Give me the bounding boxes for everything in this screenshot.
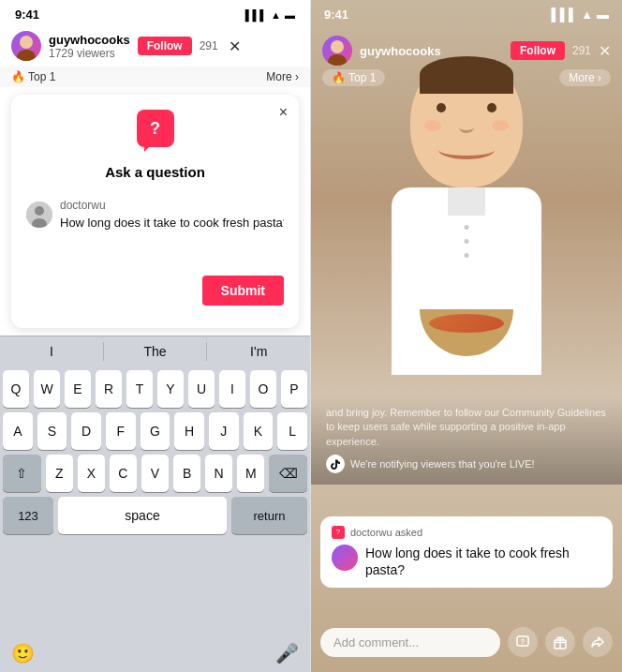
key-j[interactable]: J bbox=[209, 412, 239, 450]
question-card-avatar bbox=[332, 545, 358, 571]
key-r[interactable]: R bbox=[96, 370, 122, 408]
key-return[interactable]: return bbox=[231, 497, 307, 534]
key-o[interactable]: O bbox=[250, 370, 276, 408]
key-q[interactable]: Q bbox=[3, 370, 29, 408]
key-i[interactable]: I bbox=[219, 370, 245, 408]
key-t[interactable]: T bbox=[126, 370, 153, 408]
key-w[interactable]: W bbox=[34, 370, 60, 408]
key-row-2: A S D F G H J K L bbox=[3, 412, 307, 450]
submit-button[interactable]: Submit bbox=[202, 276, 284, 306]
comment-action-icons: ? bbox=[508, 627, 613, 657]
svg-point-6 bbox=[328, 54, 347, 66]
right-signal-bars: ▌▌▌ bbox=[551, 7, 577, 22]
key-p[interactable]: P bbox=[281, 370, 307, 408]
keyboard-rows: Q W E R T Y U I O P A S D F G H J K bbox=[0, 366, 310, 636]
key-e[interactable]: E bbox=[65, 370, 91, 408]
tiktok-logo bbox=[326, 455, 345, 473]
left-panel: 9:41 ▌▌▌ ▲ ▬ guywhocooks 1729 viewers Fo… bbox=[0, 0, 311, 672]
community-overlay: and bring joy. Remember to follow our Co… bbox=[311, 395, 622, 485]
left-avatar bbox=[11, 31, 41, 61]
notify-text: We're notifying viewers that you're LIVE… bbox=[326, 455, 607, 473]
left-top1-bar: 🔥 Top 1 More › bbox=[0, 67, 310, 87]
key-delete[interactable]: ⌫ bbox=[269, 455, 307, 492]
left-follow-button[interactable]: Follow bbox=[138, 37, 192, 55]
keyboard-suggestions: I The I'm bbox=[0, 336, 310, 366]
right-follow-button[interactable]: Follow bbox=[511, 41, 565, 60]
left-more-button[interactable]: More › bbox=[266, 70, 299, 83]
key-row-3: ⇧ Z X C V B N M ⌫ bbox=[3, 455, 307, 492]
mic-icon[interactable]: 🎤 bbox=[275, 642, 299, 665]
right-close-button[interactable]: ✕ bbox=[599, 42, 611, 60]
key-row-1: Q W E R T Y U I O P bbox=[3, 370, 307, 408]
input-user-avatar bbox=[26, 202, 52, 228]
left-top1-badge: 🔥 Top 1 bbox=[11, 70, 55, 83]
key-n[interactable]: N bbox=[205, 455, 232, 492]
right-panel: 9:41 ▌▌▌ ▲ ▬ guywhocooks Follow 291 ✕ 🔥 … bbox=[311, 0, 622, 672]
question-card-header: ? doctorwu asked bbox=[332, 526, 601, 539]
right-viewer-count: 291 bbox=[572, 44, 591, 57]
suggestion-1[interactable]: I bbox=[0, 342, 104, 361]
chef-collar bbox=[448, 187, 485, 216]
chef-cheek-left bbox=[424, 120, 441, 131]
right-time: 9:41 bbox=[324, 7, 348, 22]
key-l[interactable]: L bbox=[277, 412, 307, 450]
key-k[interactable]: K bbox=[244, 412, 274, 450]
left-close-button[interactable]: ✕ bbox=[226, 37, 244, 55]
signal-bars: ▌▌▌ bbox=[245, 9, 267, 21]
input-area: doctorwu bbox=[60, 199, 284, 231]
key-c[interactable]: C bbox=[110, 455, 137, 492]
left-viewer-number: 291 bbox=[200, 39, 218, 52]
left-viewer-count: 1729 viewers bbox=[49, 47, 130, 60]
key-a[interactable]: A bbox=[3, 412, 33, 450]
key-numbers[interactable]: 123 bbox=[3, 497, 53, 534]
q-mark-icon: ? bbox=[336, 528, 340, 536]
svg-point-5 bbox=[331, 40, 344, 53]
battery-icon: ▬ bbox=[285, 9, 295, 21]
key-y[interactable]: Y bbox=[157, 370, 184, 408]
left-username: guywhocooks bbox=[49, 33, 130, 47]
key-h[interactable]: H bbox=[174, 412, 204, 450]
key-d[interactable]: D bbox=[71, 412, 101, 450]
key-space[interactable]: space bbox=[58, 497, 227, 534]
suggestion-3[interactable]: I'm bbox=[207, 342, 310, 361]
key-b[interactable]: B bbox=[173, 455, 200, 492]
chef-smile bbox=[438, 141, 495, 159]
question-text-input[interactable] bbox=[60, 216, 284, 230]
question-card-text: How long does it take to cook fresh past… bbox=[365, 545, 601, 578]
emoji-icon[interactable]: 🙂 bbox=[11, 642, 35, 665]
chef-eye-left bbox=[437, 103, 446, 112]
gift-icon[interactable] bbox=[545, 627, 575, 657]
comment-input[interactable]: Add comment... bbox=[320, 628, 500, 657]
svg-point-1 bbox=[17, 50, 36, 61]
key-shift[interactable]: ⇧ bbox=[3, 455, 41, 492]
suggestion-2[interactable]: The bbox=[104, 342, 208, 361]
left-header: guywhocooks 1729 viewers Follow 291 ✕ bbox=[0, 25, 310, 67]
key-z[interactable]: Z bbox=[46, 455, 73, 492]
right-avatar bbox=[322, 36, 352, 66]
wifi-icon: ▲ bbox=[271, 9, 281, 21]
question-dialog-icon: ? bbox=[137, 110, 174, 147]
right-more-button[interactable]: More › bbox=[559, 69, 611, 86]
key-row-4: 123 space return bbox=[3, 497, 307, 534]
right-battery-icon: ▬ bbox=[597, 7, 609, 22]
bowl-food bbox=[429, 314, 504, 333]
question-card-body: How long does it take to cook fresh past… bbox=[332, 545, 601, 578]
chef-bowl bbox=[420, 309, 513, 356]
key-x[interactable]: X bbox=[78, 455, 105, 492]
dialog-close-button[interactable]: × bbox=[279, 104, 288, 121]
right-top1-badge: 🔥 Top 1 bbox=[322, 69, 385, 86]
key-v[interactable]: V bbox=[141, 455, 169, 492]
svg-point-3 bbox=[35, 206, 44, 216]
key-f[interactable]: F bbox=[106, 412, 136, 450]
key-u[interactable]: U bbox=[188, 370, 215, 408]
key-g[interactable]: G bbox=[141, 412, 170, 450]
key-s[interactable]: S bbox=[37, 412, 67, 450]
key-m[interactable]: M bbox=[237, 455, 264, 492]
keyboard-area: I The I'm Q W E R T Y U I O P A S D bbox=[0, 336, 310, 672]
chef-eye-right bbox=[487, 103, 496, 112]
submit-row: Submit bbox=[26, 276, 284, 306]
right-username: guywhocooks bbox=[360, 44, 503, 58]
question-comment-icon[interactable]: ? bbox=[508, 627, 538, 657]
share-icon[interactable] bbox=[583, 627, 613, 657]
svg-point-0 bbox=[20, 36, 33, 49]
